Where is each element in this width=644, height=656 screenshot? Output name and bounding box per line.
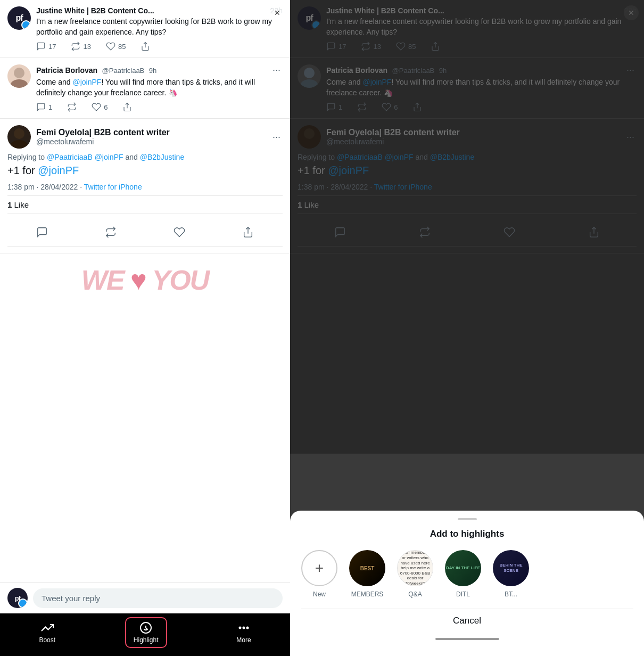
highlight-circle-qa: Can members or writers who have used her… bbox=[397, 550, 433, 586]
tweet-meta: 1:38 pm · 28/04/2022 · Twitter for iPhon… bbox=[7, 183, 283, 196]
left-panel: ✕ pf Justine White | B2B Content Co... 2… bbox=[0, 0, 290, 656]
tweet-handle-2: @PaatriciaaB bbox=[102, 67, 145, 75]
sheet-handle bbox=[458, 518, 477, 520]
likes-count: 1 Like bbox=[7, 200, 283, 214]
more-label: More bbox=[236, 636, 251, 644]
main-like-btn[interactable] bbox=[169, 222, 190, 243]
main-actions bbox=[7, 218, 283, 247]
svg-point-1 bbox=[11, 79, 28, 88]
retweet-action-2[interactable] bbox=[67, 102, 77, 112]
left-close-button[interactable]: ✕ bbox=[270, 5, 285, 20]
tweet-time-2: 9h bbox=[149, 67, 156, 75]
main-tweet-handle: @meetoluwafemi bbox=[36, 137, 265, 146]
avatar-patricia bbox=[7, 64, 31, 88]
tweet-author-1: Justine White | B2B Content Co... bbox=[36, 6, 154, 15]
boost-label: Boost bbox=[39, 636, 55, 644]
sheet-cancel-button[interactable]: Cancel bbox=[301, 609, 633, 633]
main-retweet-btn[interactable] bbox=[100, 222, 121, 243]
avatar-femi bbox=[7, 125, 31, 149]
svg-point-7 bbox=[246, 627, 248, 629]
svg-point-3 bbox=[11, 140, 28, 149]
highlight-item-members[interactable]: BEST MEMBERS bbox=[349, 550, 386, 598]
svg-point-2 bbox=[14, 128, 24, 139]
svg-point-6 bbox=[243, 627, 244, 629]
highlight-label-qa: Q&A bbox=[408, 591, 422, 598]
main-share-btn[interactable] bbox=[237, 222, 259, 243]
highlight-item-ditl[interactable]: DAY IN THE LIFE DITL bbox=[444, 550, 482, 598]
highlights-sheet: Add to highlights + New BEST MEMBERS Can… bbox=[290, 511, 644, 656]
highlight-label-members: MEMBERS bbox=[351, 591, 384, 598]
reply-input-area: pf Tweet your reply bbox=[0, 582, 290, 613]
bottom-toolbar: Boost Highlight More bbox=[0, 613, 290, 656]
love-text: WE ♥ YOU bbox=[7, 264, 283, 296]
share-action-2[interactable] bbox=[122, 102, 132, 112]
tweet-card-2: Patricia Borlovan @PaatriciaaB 9h ··· Co… bbox=[0, 58, 290, 119]
more-btn-2[interactable]: ··· bbox=[270, 64, 283, 76]
share-action-1[interactable] bbox=[141, 42, 150, 51]
comment-action-1[interactable]: 17 bbox=[36, 42, 56, 51]
highlights-list: + New BEST MEMBERS Can members or writer… bbox=[290, 550, 644, 609]
highlight-button[interactable]: Highlight bbox=[125, 617, 167, 648]
tweet-card-1: pf Justine White | B2B Content Co... 22h… bbox=[0, 0, 290, 58]
home-indicator bbox=[435, 638, 499, 640]
sheet-title: Add to highlights bbox=[290, 529, 644, 539]
highlight-item-qa[interactable]: Can members or writers who have used her… bbox=[397, 550, 434, 598]
svg-point-5 bbox=[239, 627, 241, 629]
highlight-circle-members: BEST bbox=[349, 550, 385, 586]
main-tweet-text: +1 for @joinPF bbox=[7, 163, 283, 177]
tweet-actions-2: 1 6 bbox=[36, 102, 283, 112]
reply-input[interactable]: Tweet your reply bbox=[33, 588, 283, 608]
more-button[interactable]: More bbox=[228, 618, 259, 647]
love-banner: WE ♥ YOU bbox=[0, 253, 290, 307]
highlight-circle-ditl: DAY IN THE LIFE bbox=[445, 550, 481, 586]
highlight-item-new[interactable]: + New bbox=[301, 550, 338, 598]
retweet-action-1[interactable]: 13 bbox=[71, 42, 90, 51]
tweet-author-2: Patricia Borlovan bbox=[36, 66, 97, 75]
highlight-circle-new: + bbox=[301, 550, 337, 586]
avatar-pf-1: pf bbox=[7, 6, 31, 30]
main-comment-btn[interactable] bbox=[31, 222, 53, 243]
tweet-text-1: I'm a new freelance content copywriter l… bbox=[36, 17, 283, 37]
highlight-item-bt[interactable]: BEHIN THE SCENE BT... bbox=[492, 550, 530, 598]
reply-avatar: pf bbox=[7, 588, 28, 608]
more-btn-main[interactable]: ··· bbox=[270, 132, 283, 143]
main-tweet: Femi Oyelola| B2B content writer @meetol… bbox=[0, 119, 290, 253]
like-action-1[interactable]: 85 bbox=[106, 42, 126, 51]
comment-action-2[interactable]: 1 bbox=[36, 102, 52, 112]
tweet-actions-1: 17 13 85 bbox=[36, 42, 283, 51]
highlight-label-new: New bbox=[313, 591, 326, 598]
highlight-label-bt: BT... bbox=[505, 591, 517, 598]
boost-button[interactable]: Boost bbox=[30, 618, 64, 647]
svg-point-0 bbox=[14, 68, 24, 78]
tweet-text-2: Come and @joinPF! You will find more tha… bbox=[36, 77, 283, 98]
highlight-circle-bt: BEHIN THE SCENE bbox=[493, 550, 529, 586]
right-panel: ✕ pf Justine White | B2B Content Co... 2… bbox=[290, 0, 644, 656]
highlight-label-ditl: DITL bbox=[456, 591, 470, 598]
main-tweet-author: Femi Oyelola| B2B content writer bbox=[36, 128, 265, 137]
like-action-2[interactable]: 6 bbox=[92, 102, 108, 112]
highlight-label: Highlight bbox=[134, 636, 159, 644]
overlay-dim bbox=[290, 0, 644, 454]
reply-line: Replying to @PaatriciaaB @joinPF and @B2… bbox=[7, 153, 283, 161]
